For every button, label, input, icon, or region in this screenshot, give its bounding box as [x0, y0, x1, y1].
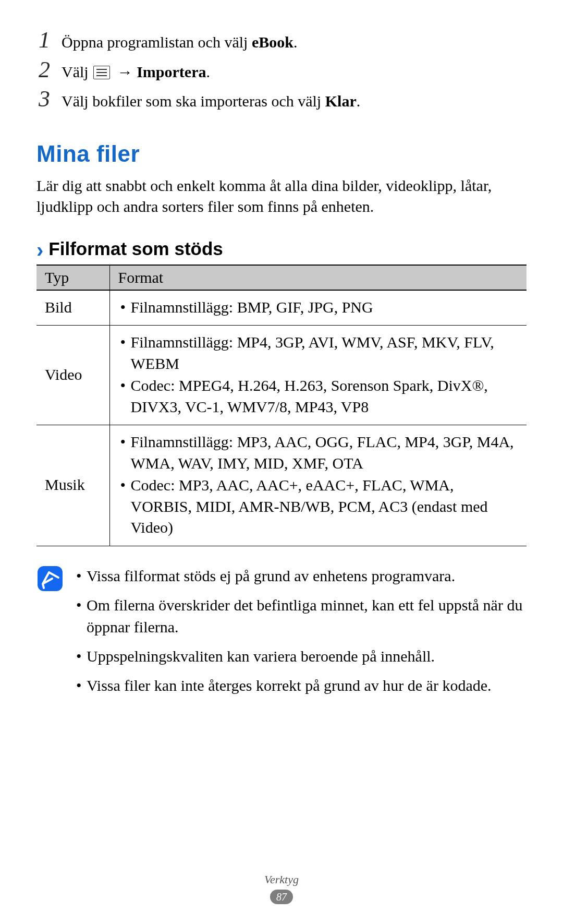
notes-list: Vissa filformat stöds ej på grund av enh…	[74, 565, 527, 704]
step-text: Välj → Importera.	[62, 62, 210, 83]
text: .	[206, 63, 210, 80]
table-header-row: Typ Format	[36, 265, 527, 290]
cell-list: Filnamnstillägg: MP4, 3GP, AVI, WMV, ASF…	[118, 332, 519, 417]
intro-paragraph: Lär dig att snabbt och enkelt komma åt a…	[36, 175, 527, 218]
list-item: Vissa filformat stöds ej på grund av enh…	[74, 565, 527, 587]
bold-text: eBook	[252, 33, 293, 51]
footer-section-label: Verktyg	[0, 873, 563, 886]
cell-format: Filnamnstillägg: MP3, AAC, OGG, FLAC, MP…	[109, 425, 527, 546]
step-1: 1 Öppna programlistan och välj eBook.	[36, 29, 527, 53]
text: Välj	[62, 63, 92, 80]
list-item: Codec: MP3, AAC, AAC+, eAAC+, FLAC, WMA,…	[118, 475, 519, 538]
page-number-badge: 87	[270, 890, 293, 904]
document-page: 1 Öppna programlistan och välj eBook. 2 …	[0, 0, 563, 924]
header-format: Format	[109, 265, 527, 290]
file-format-table: Typ Format Bild Filnamnstillägg: BMP, GI…	[36, 265, 527, 546]
menu-icon	[93, 66, 110, 79]
header-type: Typ	[36, 265, 109, 290]
step-text: Öppna programlistan och välj eBook.	[62, 32, 297, 53]
bold-text: Klar	[325, 92, 357, 110]
list-item: Filnamnstillägg: MP4, 3GP, AVI, WMV, ASF…	[118, 332, 519, 374]
list-item: Om filerna överskrider det befintliga mi…	[74, 594, 527, 638]
step-number: 1	[36, 29, 52, 52]
cell-format: Filnamnstillägg: BMP, GIF, JPG, PNG	[109, 290, 527, 326]
cell-format: Filnamnstillägg: MP4, 3GP, AVI, WMV, ASF…	[109, 326, 527, 425]
list-item: Vissa filer kan inte återges korrekt på …	[74, 675, 527, 697]
step-list: 1 Öppna programlistan och välj eBook. 2 …	[36, 29, 527, 112]
cell-type: Video	[36, 326, 109, 425]
step-text: Välj bokfiler som ska importeras och väl…	[62, 91, 360, 112]
heading-mina-filer: Mina filer	[36, 141, 527, 167]
list-item: Filnamnstillägg: MP3, AAC, OGG, FLAC, MP…	[118, 431, 519, 474]
table-row: Musik Filnamnstillägg: MP3, AAC, OGG, FL…	[36, 425, 527, 546]
subheading: › Filformat som stöds	[36, 238, 527, 259]
list-item: Filnamnstillägg: BMP, GIF, JPG, PNG	[118, 297, 519, 318]
list-item: Codec: MPEG4, H.264, H.263, Sorenson Spa…	[118, 375, 519, 417]
arrow-text: →	[117, 63, 133, 80]
text: .	[357, 92, 361, 110]
cell-list: Filnamnstillägg: MP3, AAC, OGG, FLAC, MP…	[118, 431, 519, 538]
page-footer: Verktyg 87	[0, 873, 563, 904]
chevron-right-icon: ›	[36, 239, 43, 260]
text: .	[293, 33, 298, 51]
bold-text: Importera	[133, 63, 206, 80]
text: Öppna programlistan och välj	[62, 33, 252, 51]
note-icon	[36, 565, 64, 592]
cell-type: Musik	[36, 425, 109, 546]
cell-list: Filnamnstillägg: BMP, GIF, JPG, PNG	[118, 297, 519, 318]
text: Välj bokfiler som ska importeras och väl…	[62, 92, 325, 110]
subheading-text: Filformat som stöds	[48, 238, 223, 259]
table-row: Video Filnamnstillägg: MP4, 3GP, AVI, WM…	[36, 326, 527, 425]
step-3: 3 Välj bokfiler som ska importeras och v…	[36, 88, 527, 112]
step-2: 2 Välj → Importera.	[36, 58, 527, 83]
step-number: 3	[36, 88, 52, 111]
note-box: Vissa filformat stöds ej på grund av enh…	[36, 565, 527, 704]
cell-type: Bild	[36, 290, 109, 326]
step-number: 2	[36, 58, 52, 81]
table-row: Bild Filnamnstillägg: BMP, GIF, JPG, PNG	[36, 290, 527, 326]
list-item: Uppspelningskvaliten kan variera beroend…	[74, 645, 527, 667]
